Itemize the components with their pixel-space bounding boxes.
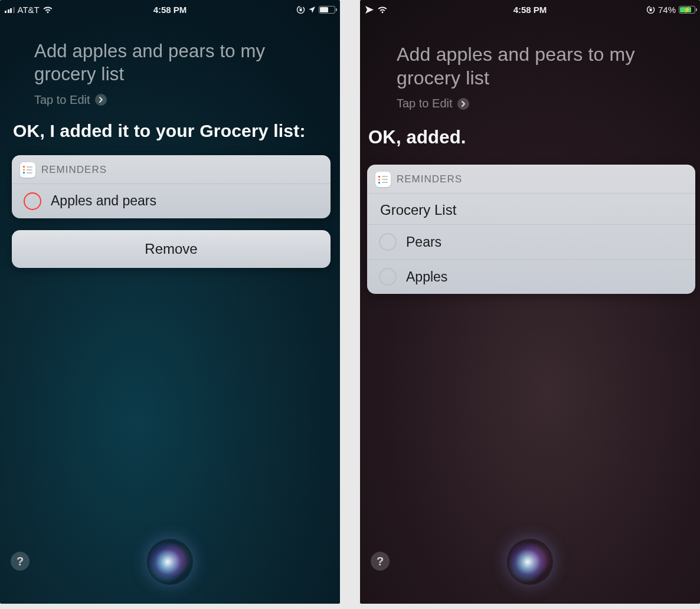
status-time: 4:58 PM xyxy=(0,5,340,15)
reminder-item[interactable]: Pears xyxy=(367,225,695,260)
status-time: 4:58 PM xyxy=(360,5,700,15)
phone-left: AT&T 4:58 PM Add apples and pears to my … xyxy=(0,0,340,604)
siri-response-text: OK, I added it to your Grocery list: xyxy=(13,121,329,141)
help-button[interactable]: ? xyxy=(371,552,390,571)
reminder-circle-icon[interactable] xyxy=(379,233,397,251)
user-request-text: Add apples and pears to my grocery list xyxy=(397,42,667,90)
reminder-item-label: Apples and pears xyxy=(51,193,156,209)
tap-to-edit-button[interactable]: Tap to Edit xyxy=(34,93,107,107)
reminder-item[interactable]: Apples xyxy=(367,260,695,294)
siri-response-text: OK, added. xyxy=(368,127,689,148)
chevron-right-icon xyxy=(95,94,107,106)
reminders-list-title: Grocery List xyxy=(367,194,695,225)
reminder-circle-icon[interactable] xyxy=(379,268,397,286)
siri-content: Add apples and pears to my grocery list … xyxy=(360,42,700,294)
reminders-app-label: REMINDERS xyxy=(397,173,462,185)
status-bar: 4:58 PM 74% ⚡ xyxy=(360,0,700,19)
reminders-card[interactable]: REMINDERS Apples and pears xyxy=(12,155,331,218)
tap-to-edit-label: Tap to Edit xyxy=(397,97,453,110)
reminders-card-header: REMINDERS xyxy=(367,165,695,194)
phone-right: 4:58 PM 74% ⚡ Add apples and pears to my… xyxy=(360,0,700,604)
battery-charging-icon: ⚡ xyxy=(679,6,695,14)
user-request-text: Add apples and pears to my grocery list xyxy=(34,40,325,86)
reminders-app-icon xyxy=(375,172,391,187)
reminders-card[interactable]: REMINDERS Grocery List Pears Apples xyxy=(367,165,695,294)
chevron-right-icon xyxy=(457,98,469,110)
remove-button-label: Remove xyxy=(145,241,197,257)
reminder-item[interactable]: Apples and pears xyxy=(12,184,331,218)
reminders-app-label: REMINDERS xyxy=(41,164,107,176)
status-bar: AT&T 4:58 PM xyxy=(0,0,340,19)
reminder-circle-icon[interactable] xyxy=(24,192,41,210)
tap-to-edit-label: Tap to Edit xyxy=(34,93,90,107)
help-icon: ? xyxy=(17,555,24,568)
siri-orb-icon[interactable] xyxy=(507,539,553,585)
reminder-item-label: Apples xyxy=(406,269,447,285)
battery-icon xyxy=(319,6,335,14)
remove-button[interactable]: Remove xyxy=(12,230,331,268)
reminders-app-icon xyxy=(20,162,35,178)
help-button[interactable]: ? xyxy=(11,552,30,571)
reminder-item-label: Pears xyxy=(406,234,441,250)
reminders-card-header: REMINDERS xyxy=(12,155,331,184)
siri-content: Add apples and pears to my grocery list … xyxy=(0,40,340,268)
tap-to-edit-button[interactable]: Tap to Edit xyxy=(397,97,469,110)
siri-orb-icon[interactable] xyxy=(147,539,193,585)
help-icon: ? xyxy=(377,555,384,568)
